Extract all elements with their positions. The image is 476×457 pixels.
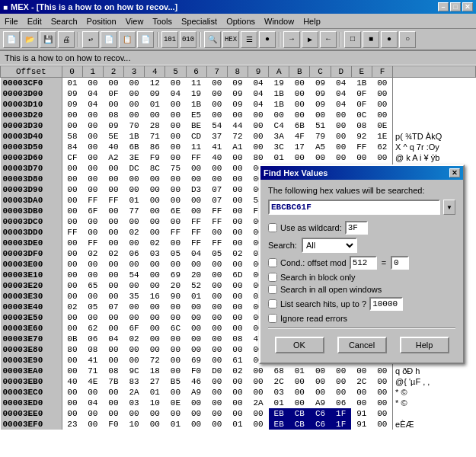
calc-button[interactable]: ☰ bbox=[241, 31, 257, 48]
hex-cell[interactable]: FF bbox=[186, 238, 206, 248]
hex-cell[interactable]: 08 bbox=[103, 110, 123, 120]
hex-cell[interactable]: 00 bbox=[124, 88, 145, 99]
hex-cell[interactable]: 00 bbox=[62, 195, 82, 206]
hex-cell[interactable]: 18 bbox=[145, 366, 165, 376]
hex-cell[interactable]: 00 bbox=[206, 291, 227, 302]
hex-cell[interactable]: 00 bbox=[103, 291, 123, 302]
hex-cell[interactable]: 00 bbox=[82, 184, 103, 195]
hex-cell[interactable]: 00 bbox=[165, 387, 186, 398]
hex-cell[interactable]: FF bbox=[103, 195, 123, 206]
hex-cell[interactable]: 00 bbox=[62, 291, 82, 302]
hex-cell[interactable]: 00 bbox=[227, 280, 248, 291]
hex-cell[interactable]: 00 bbox=[165, 152, 186, 163]
hex-cell[interactable]: 00 bbox=[82, 291, 103, 302]
hex-cell[interactable]: 08 bbox=[227, 334, 248, 344]
hex-cell[interactable]: 4E bbox=[82, 376, 103, 387]
hex-cell[interactable]: 00 bbox=[82, 408, 103, 419]
hex-cell[interactable]: 71 bbox=[82, 366, 103, 376]
hex-cell[interactable]: 00 bbox=[227, 206, 248, 216]
hex-cell[interactable]: 00 bbox=[145, 227, 165, 238]
menu-file[interactable]: File bbox=[0, 15, 23, 27]
hex-cell[interactable]: 00 bbox=[186, 398, 206, 408]
hex-cell[interactable]: 00 bbox=[82, 270, 103, 280]
hex-cell[interactable]: 2A bbox=[124, 387, 145, 398]
hex-cell[interactable]: 52 bbox=[186, 280, 206, 291]
hex-cell[interactable]: 00 bbox=[227, 163, 248, 174]
hex-cell[interactable]: 00 bbox=[206, 280, 227, 291]
redo-button[interactable]: 📄 bbox=[101, 31, 117, 48]
hex-cell[interactable]: 00 bbox=[372, 88, 392, 99]
hex-cell[interactable]: 00 bbox=[165, 216, 186, 227]
hex-cell[interactable]: 10 bbox=[124, 419, 145, 430]
hex-cell[interactable]: 00 bbox=[82, 152, 103, 163]
hex-cell[interactable]: 00 bbox=[289, 78, 310, 89]
hex-cell[interactable]: 41 bbox=[206, 142, 227, 152]
hex-cell[interactable]: 19 bbox=[269, 78, 289, 89]
hex-cell[interactable]: 69 bbox=[165, 270, 186, 280]
hex-cell[interactable]: 6F bbox=[82, 206, 103, 216]
nav-button[interactable]: ▶ bbox=[302, 31, 318, 48]
hex-cell[interactable]: 04 bbox=[331, 88, 351, 99]
hex-cell[interactable]: 00 bbox=[82, 131, 103, 142]
hex-cell[interactable]: 00 bbox=[186, 323, 206, 334]
hex-cell[interactable]: 1F bbox=[331, 419, 351, 430]
hex-cell[interactable]: 09 bbox=[310, 88, 331, 99]
hex-cell[interactable]: 00 bbox=[103, 238, 123, 248]
hex-cell[interactable]: C6 bbox=[310, 408, 331, 419]
hex-cell[interactable]: EB bbox=[269, 408, 289, 419]
hex-cell[interactable]: 00 bbox=[165, 195, 186, 206]
hex-cell[interactable]: 00 bbox=[310, 152, 331, 163]
hex-cell[interactable]: 40 bbox=[206, 152, 227, 163]
hex-cell[interactable]: 00 bbox=[186, 259, 206, 270]
hex-cell[interactable]: 00 bbox=[103, 280, 123, 291]
hex-cell[interactable]: 00 bbox=[124, 408, 145, 419]
hex-cell[interactable]: 00 bbox=[372, 419, 392, 430]
hex-cell[interactable]: 72 bbox=[145, 355, 165, 366]
hex-cell[interactable]: 00 bbox=[145, 259, 165, 270]
hex-cell[interactable]: 00 bbox=[165, 302, 186, 312]
hex-cell[interactable]: A9 bbox=[310, 398, 331, 408]
hex-cell[interactable]: 04 bbox=[165, 88, 186, 99]
hex-cell[interactable]: 00 bbox=[227, 216, 248, 227]
hex-cell[interactable]: 77 bbox=[124, 206, 145, 216]
hex-cell[interactable]: 04 bbox=[82, 398, 103, 408]
hex-cell[interactable]: 08 bbox=[82, 344, 103, 355]
hex-cell[interactable]: 0F bbox=[351, 99, 372, 110]
hex-cell[interactable]: 00 bbox=[165, 259, 186, 270]
hex-cell[interactable]: 09 bbox=[62, 88, 82, 99]
hex-cell[interactable]: 04 bbox=[331, 99, 351, 110]
hex-cell[interactable]: 20 bbox=[165, 280, 186, 291]
hex-cell[interactable]: 00 bbox=[145, 408, 165, 419]
hex-cell[interactable]: FF bbox=[82, 195, 103, 206]
hex-cell[interactable]: 07 bbox=[103, 302, 123, 312]
hex-cell[interactable]: 00 bbox=[165, 131, 186, 142]
hex-cell[interactable]: 00 bbox=[103, 206, 123, 216]
hex-cell[interactable]: 00 bbox=[165, 355, 186, 366]
hex-cell[interactable]: 00 bbox=[206, 227, 227, 238]
hex-cell[interactable]: 40 bbox=[103, 142, 123, 152]
hex-cell[interactable]: 00 bbox=[227, 408, 248, 419]
hex-cell[interactable]: DC bbox=[124, 163, 145, 174]
hex-cell[interactable]: 02 bbox=[124, 227, 145, 238]
hex-cell[interactable]: 09 bbox=[310, 99, 331, 110]
arrow-left-button[interactable]: ← bbox=[320, 31, 337, 48]
hex-cell[interactable]: 44 bbox=[227, 120, 248, 131]
hex-cell[interactable]: 00 bbox=[124, 184, 145, 195]
hex-cell[interactable]: 00 bbox=[62, 398, 82, 408]
hex-cell[interactable]: 00 bbox=[103, 259, 123, 270]
close-button[interactable]: ✕ bbox=[462, 2, 473, 11]
hex-cell[interactable]: 00 bbox=[186, 419, 206, 430]
hex-cell[interactable]: 0B bbox=[62, 334, 82, 344]
hex-cell[interactable]: 01 bbox=[145, 387, 165, 398]
hex-cell[interactable]: 00 bbox=[227, 184, 248, 195]
hex-cell[interactable]: 0E bbox=[372, 120, 392, 131]
hex-cell[interactable]: 00 bbox=[372, 366, 392, 376]
hex-cell[interactable]: 07 bbox=[206, 184, 227, 195]
dialog-close-button[interactable]: ✕ bbox=[449, 168, 460, 177]
hex-cell[interactable]: 00 bbox=[227, 238, 248, 248]
hex-cell[interactable]: 00 bbox=[227, 110, 248, 120]
hex-cell[interactable]: 62 bbox=[372, 142, 392, 152]
hex-cell[interactable]: 04 bbox=[103, 334, 123, 344]
tool2-button[interactable]: 010 bbox=[180, 31, 196, 48]
hex-cell[interactable]: 00 bbox=[82, 216, 103, 227]
